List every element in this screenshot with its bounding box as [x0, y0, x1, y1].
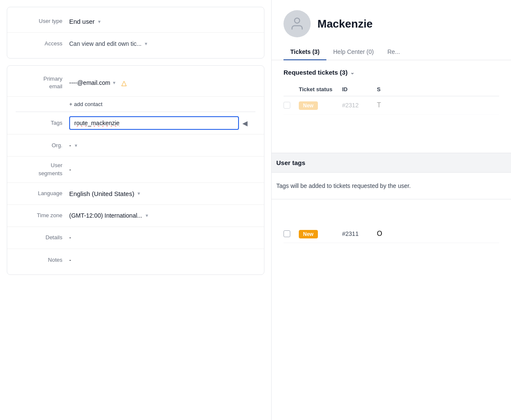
tags-input[interactable]: [69, 116, 239, 130]
user-type-row: User type End user ▾: [7, 11, 264, 33]
ticket-row-2-container: New #2311 O: [272, 225, 511, 243]
notes-label: Notes: [16, 256, 62, 264]
details-value: -: [69, 234, 256, 241]
org-value[interactable]: - ▾: [69, 142, 256, 149]
header-status: Ticket status: [299, 86, 337, 92]
user-type-access-group: User type End user ▾ Access Can view and…: [7, 7, 264, 59]
notes-row: Notes -: [7, 249, 264, 271]
access-label: Access: [16, 40, 62, 48]
tab-help-center[interactable]: Help Center (0): [326, 44, 381, 60]
status-badge: New: [299, 230, 318, 238]
popup-title: User tags: [272, 153, 511, 172]
ticket-subject: T: [377, 101, 499, 109]
ticket-id: #2312: [342, 102, 359, 109]
timezone-label: Time zone: [16, 212, 62, 219]
user-name: Mackenzie: [317, 17, 373, 31]
collapse-button[interactable]: ◀: [241, 118, 249, 129]
table-row[interactable]: New #2311 O: [284, 225, 499, 243]
primary-email-label: Primaryemail: [16, 75, 62, 90]
access-chevron-icon: ▾: [145, 41, 147, 47]
access-row: Access Can view and edit own tic... ▾: [7, 33, 264, 55]
timezone-chevron-icon: ▾: [146, 213, 148, 218]
ticket-subject: O: [377, 230, 499, 238]
warning-icon: △: [121, 79, 126, 87]
user-header: Mackenzie: [272, 0, 511, 37]
details-label: Details: [16, 234, 62, 241]
requested-caret-icon: ⌄: [350, 70, 354, 76]
language-row: Language English (United States) ▾: [7, 183, 264, 205]
row2-checkbox[interactable]: [284, 230, 290, 237]
tickets-section: Requested tickets (3) ⌄ Ticket status ID…: [272, 60, 511, 115]
notes-value: -: [69, 257, 256, 263]
language-chevron-icon: ▾: [138, 190, 140, 196]
tags-label: Tags: [16, 119, 62, 127]
timezone-value[interactable]: (GMT-12:00) International... ▾: [69, 212, 256, 219]
primary-email-value: ----@email.com ▾ △: [69, 79, 256, 87]
left-panel: User type End user ▾ Access Can view and…: [0, 0, 272, 420]
user-tags-popup: User tags Tags will be added to tickets …: [272, 153, 511, 199]
org-chevron-icon: ▾: [75, 143, 77, 148]
user-segments-label: Usersegments: [16, 162, 62, 177]
requested-tickets-header[interactable]: Requested tickets (3) ⌄: [284, 69, 499, 76]
language-value[interactable]: English (United States) ▾: [69, 190, 256, 197]
org-label: Org.: [16, 142, 62, 149]
timezone-row: Time zone (GMT-12:00) International... ▾: [7, 205, 264, 227]
details-row: Details -: [7, 227, 264, 249]
row1-checkbox[interactable]: [284, 102, 290, 109]
add-contact-button[interactable]: + add contact: [7, 97, 264, 112]
avatar: [284, 10, 311, 37]
ticket-id: #2311: [342, 230, 359, 237]
tab-tickets[interactable]: Tickets (3): [284, 44, 326, 60]
contact-details-group: Primaryemail ----@email.com ▾ △ + add co…: [7, 65, 264, 275]
table-row[interactable]: New #2312 T: [284, 96, 499, 115]
user-segments-row: Usersegments -: [7, 157, 264, 182]
table-header: Ticket status ID S: [284, 83, 499, 96]
primary-email-row: Primaryemail ----@email.com ▾ △: [7, 69, 264, 97]
header-id: ID: [342, 86, 372, 92]
status-badge: New: [299, 101, 318, 110]
tags-row: Tags ◀: [7, 112, 264, 134]
tabs-bar: Tickets (3) Help Center (0) Re...: [272, 44, 511, 60]
tab-re[interactable]: Re...: [381, 44, 407, 60]
header-subject: S: [377, 86, 499, 92]
email-controls[interactable]: ----@email.com ▾ △: [69, 79, 126, 87]
language-label: Language: [16, 190, 62, 197]
popup-body: Tags will be added to tickets requested …: [272, 172, 511, 199]
svg-point-0: [295, 18, 300, 23]
right-panel: Mackenzie Tickets (3) Help Center (0) Re…: [272, 0, 511, 420]
org-row: Org. - ▾: [7, 134, 264, 157]
email-chevron-icon: ▾: [113, 80, 115, 86]
access-value[interactable]: Can view and edit own tic... ▾: [69, 40, 256, 47]
user-type-chevron-icon: ▾: [98, 19, 101, 25]
user-type-value[interactable]: End user ▾: [69, 18, 256, 25]
user-type-label: User type: [16, 17, 62, 25]
user-segments-value: -: [69, 166, 256, 173]
